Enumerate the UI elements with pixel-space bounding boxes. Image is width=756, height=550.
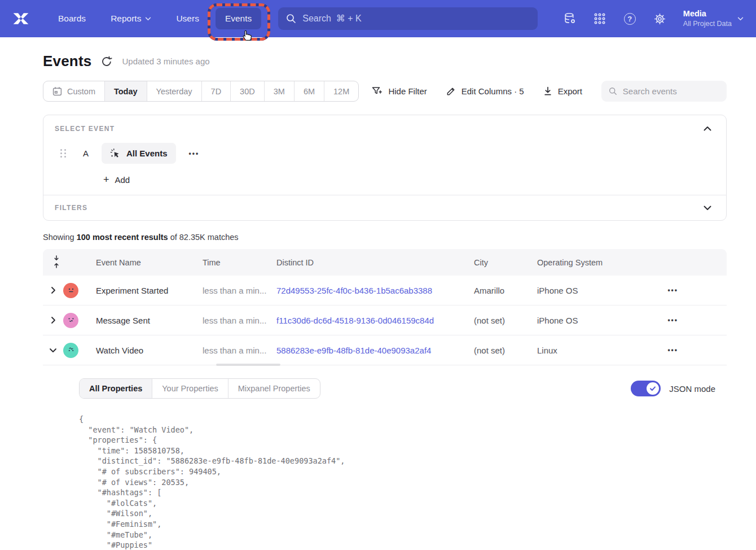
date-range-picker: Custom Today Yesterday 7D 30D 3M 6M 12M: [43, 81, 359, 102]
sort-icon[interactable]: [53, 255, 60, 269]
date-range-3m[interactable]: 3M: [264, 81, 294, 101]
add-event-label: Add: [115, 175, 130, 185]
date-range-12m[interactable]: 12M: [324, 81, 358, 101]
results-summary: Showing 100 most recent results of 82.35…: [43, 233, 727, 242]
date-range-custom-label: Custom: [67, 87, 95, 96]
cell-city: (not set): [474, 346, 537, 355]
global-search[interactable]: [278, 7, 538, 30]
add-event-button[interactable]: + Add: [103, 174, 130, 185]
date-range-today[interactable]: Today: [104, 81, 147, 101]
navbar-right-group: ? Media All Project Data: [564, 8, 744, 29]
data-management-icon[interactable]: [564, 12, 577, 25]
search-icon: [286, 14, 296, 24]
expand-section-icon[interactable]: [704, 204, 711, 212]
filters-label: FILTERS: [55, 204, 87, 212]
nav-item-events-wrapper: Events: [216, 8, 261, 29]
table-row[interactable]: Experiment Started less than a min... 72…: [43, 276, 727, 305]
global-search-input[interactable]: [302, 14, 530, 24]
nav-item-reports[interactable]: Reports: [102, 8, 160, 29]
calendar-icon: [52, 86, 62, 96]
search-events-box[interactable]: [601, 81, 727, 102]
date-range-7d[interactable]: 7D: [201, 81, 231, 101]
date-range-custom[interactable]: Custom: [43, 81, 104, 101]
horizontal-scrollbar-thumb[interactable]: [216, 364, 280, 366]
cell-os: iPhone OS: [537, 316, 643, 325]
summary-prefix: Showing: [43, 233, 77, 242]
event-avatar: [63, 343, 78, 358]
row-actions-button[interactable]: •••: [667, 316, 727, 324]
event-click-sparkle-icon: [110, 148, 121, 159]
search-events-input[interactable]: [623, 86, 719, 96]
tab-your-properties[interactable]: Your Properties: [152, 379, 227, 398]
toolbar-right-group: Hide Filter Edit Columns · 5 Export: [372, 81, 727, 102]
project-scope: All Project Data: [683, 19, 732, 29]
json-view: { "event": "Watch Video", "properties": …: [79, 414, 727, 550]
nav-item-users[interactable]: Users: [168, 8, 207, 29]
query-builder-card: SELECT EVENT A: [43, 115, 727, 221]
drag-handle-icon[interactable]: [60, 149, 67, 158]
help-question-glyph: ?: [624, 13, 636, 25]
date-range-30d[interactable]: 30D: [230, 81, 264, 101]
cell-distinct-id-link[interactable]: f11c30d6-dc6d-4518-9136-0d046159c84d: [276, 316, 474, 325]
page-title: Events: [43, 53, 91, 70]
filter-funnel-icon: [372, 86, 383, 96]
event-chip-label: All Events: [126, 149, 168, 158]
row-expand-chevron-icon[interactable]: [43, 286, 63, 294]
cell-distinct-id-link[interactable]: 5886283e-e9fb-48fb-81de-40e9093a2af4: [276, 346, 474, 355]
toggle-knob: [647, 382, 659, 395]
edit-columns-label: Edit Columns · 5: [461, 86, 524, 96]
collapse-section-icon[interactable]: [704, 125, 711, 133]
row-collapse-chevron-icon[interactable]: [43, 348, 63, 353]
event-row-letter: A: [81, 149, 90, 158]
settings-gear-icon[interactable]: [653, 12, 666, 25]
project-selector[interactable]: Media All Project Data: [683, 8, 744, 29]
tab-mixpanel-properties[interactable]: Mixpanel Properties: [228, 379, 320, 398]
event-query-row: A All Events •••: [55, 143, 715, 164]
edit-columns-button[interactable]: Edit Columns · 5: [446, 86, 524, 96]
col-header-time[interactable]: Time: [203, 258, 276, 267]
apps-grid-icon[interactable]: [594, 12, 606, 25]
help-icon[interactable]: ?: [623, 12, 636, 25]
nav-item-boards[interactable]: Boards: [50, 8, 94, 29]
cell-event-name: Watch Video: [96, 346, 203, 355]
col-header-operating-system[interactable]: Operating System: [537, 258, 643, 267]
pencil-icon: [446, 86, 456, 96]
col-header-city[interactable]: City: [474, 258, 537, 267]
cell-city: Amarillo: [474, 286, 537, 295]
row-actions-button[interactable]: •••: [667, 286, 727, 294]
event-avatar: [63, 313, 78, 328]
check-icon: [649, 385, 656, 392]
col-header-event-name[interactable]: Event Name: [96, 258, 203, 267]
export-label: Export: [558, 86, 582, 96]
select-event-label: SELECT EVENT: [55, 125, 115, 133]
nav-item-reports-label: Reports: [111, 14, 141, 24]
export-button[interactable]: Export: [543, 86, 582, 96]
hide-filter-button[interactable]: Hide Filter: [372, 86, 427, 96]
date-range-6m[interactable]: 6M: [294, 81, 324, 101]
cell-distinct-id-link[interactable]: 72d49553-25fc-4f0c-b436-1b5ac6ab3388: [276, 286, 474, 295]
search-icon: [609, 86, 617, 96]
event-row-more-button[interactable]: •••: [189, 150, 200, 158]
cell-event-name: Message Sent: [96, 316, 203, 325]
event-selector-chip[interactable]: All Events: [102, 143, 176, 164]
nav-item-events[interactable]: Events: [216, 8, 261, 29]
row-actions-button[interactable]: •••: [667, 346, 727, 354]
refresh-icon[interactable]: [101, 56, 112, 67]
table-row-expanded[interactable]: Watch Video less than a min... 5886283e-…: [43, 335, 727, 365]
filters-section: FILTERS: [43, 195, 726, 220]
download-icon: [543, 86, 552, 96]
summary-suffix: of 82.35K matches: [168, 233, 239, 242]
last-updated-text: Updated 3 minutes ago: [122, 56, 209, 66]
tab-all-properties[interactable]: All Properties: [80, 379, 152, 398]
event-detail-panel: All Properties Your Properties Mixpanel …: [43, 365, 727, 550]
plus-icon: +: [103, 174, 109, 185]
cell-time: less than a min...: [203, 286, 276, 295]
table-row[interactable]: Message Sent less than a min... f11c30d6…: [43, 305, 727, 335]
col-header-distinct-id[interactable]: Distinct ID: [276, 258, 474, 267]
json-mode-label: JSON mode: [669, 384, 715, 394]
json-mode-toggle[interactable]: [631, 381, 661, 396]
date-range-yesterday[interactable]: Yesterday: [147, 81, 201, 101]
row-expand-chevron-icon[interactable]: [43, 316, 63, 324]
page-header: Events Updated 3 minutes ago: [43, 53, 727, 70]
table-header: Event Name Time Distinct ID City Operati…: [43, 249, 727, 276]
